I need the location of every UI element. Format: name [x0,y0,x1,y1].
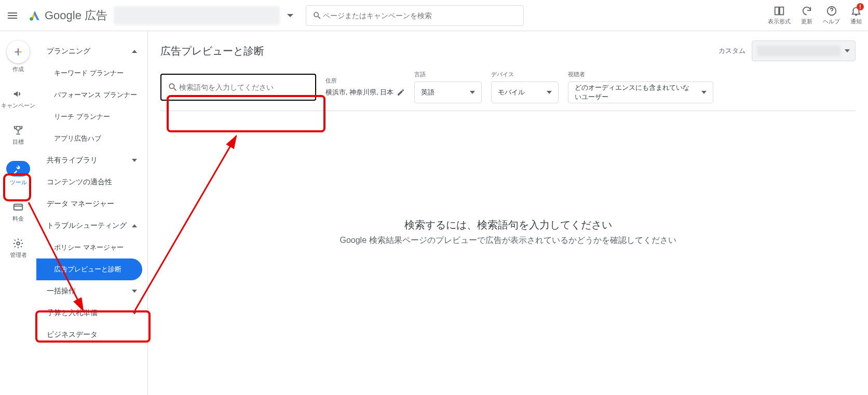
custom-label: カスタム [718,46,745,56]
side-policy-manager[interactable]: ポリシー マネージャー [36,237,147,258]
chevron-down-icon [132,159,137,162]
rail-goals[interactable]: 目標 [12,125,24,146]
refresh-button[interactable]: 更新 [801,5,812,25]
rail-admin[interactable]: 管理者 [10,238,27,259]
account-selector[interactable] [114,6,280,25]
location-field[interactable]: 住所 横浜市, 神奈川県, 日本 [326,77,405,97]
gear-icon [12,238,24,249]
side-app-hub[interactable]: アプリ広告ハブ [36,128,147,149]
side-data-manager[interactable]: データ マネージャー [36,193,147,215]
filters: 住所 横浜市, 神奈川県, 日本 言語 英語 デバイス モバイル 視聴者 どのオ… [160,71,856,111]
chevron-down-icon [470,91,475,94]
device-field: デバイス モバイル [491,71,559,103]
device-select[interactable]: モバイル [491,81,559,103]
date-range-wrap: カスタム [718,40,856,61]
rail-billing[interactable]: 料金 [12,201,24,223]
global-search[interactable] [306,5,524,26]
header-tools: 表示形式 更新 ヘルプ ! 通知 [768,5,862,25]
sidebar: プランニング キーワード プランナー パフォーマンス プランナー リーチ プラン… [36,31,148,395]
side-content-suitability[interactable]: コンテンツの適合性 [36,171,147,193]
side-business-data[interactable]: ビジネスデータ [36,324,147,346]
search-icon [168,82,178,92]
side-reach-planner[interactable]: リーチ プランナー [36,106,147,128]
svg-point-0 [30,17,33,21]
side-bulk-actions[interactable]: 一括操作 [36,280,147,302]
account-dropdown-icon[interactable] [287,14,293,17]
rail-tools[interactable]: ツール [6,161,30,186]
pencil-icon[interactable] [397,88,405,97]
trophy-icon [12,125,24,136]
side-performance-planner[interactable]: パフォーマンス プランナー [36,84,147,106]
date-range-value [757,46,840,56]
svg-point-5 [17,242,20,245]
chevron-down-icon [547,91,552,94]
hamburger-icon[interactable] [6,9,19,22]
language-field: 言語 英語 [414,71,482,103]
display-format-button[interactable]: 表示形式 [768,5,791,25]
svg-rect-1 [775,7,779,15]
chevron-down-icon [132,311,137,315]
chevron-up-icon [132,224,137,227]
notifications-button[interactable]: ! 通知 [850,5,862,25]
svg-rect-2 [780,7,783,15]
chevron-up-icon [132,50,137,53]
side-budgets[interactable]: 予算と入札単価 [36,302,147,324]
megaphone-icon [12,88,24,100]
side-keyword-planner[interactable]: キーワード プランナー [36,62,147,84]
search-term-input-wrap[interactable] [160,74,316,101]
plus-icon [7,40,30,63]
help-button[interactable]: ヘルプ [823,5,840,25]
main: 広告プレビューと診断 カスタム 住所 横浜市, 神奈川県, 日本 言語 [148,31,868,395]
rail-create[interactable]: 作成 [7,40,30,73]
chevron-down-icon [845,49,850,52]
global-search-input[interactable] [322,11,517,20]
search-icon [313,11,322,20]
header: Google 広告 表示形式 更新 ヘルプ ! 通知 [0,0,868,31]
audience-select[interactable]: どのオーディエンスにも含まれていないユーザー [568,81,713,103]
search-term-input[interactable] [178,83,309,92]
main-header: 広告プレビューと診断 カスタム [160,40,856,61]
chevron-down-icon [132,290,137,293]
empty-state: 検索するには、検索語句を入力してください Google 検索結果ページのプレビュ… [148,218,868,246]
side-troubleshooting[interactable]: トラブルシューティング [36,215,147,237]
audience-field: 視聴者 どのオーディエンスにも含まれていないユーザー [568,71,713,103]
side-shared-library[interactable]: 共有ライブラリ [36,149,147,171]
language-select[interactable]: 英語 [414,81,482,103]
date-range-select[interactable] [752,40,856,61]
svg-rect-4 [14,205,23,210]
page-title: 広告プレビューと診断 [160,44,264,58]
notification-badge: ! [857,3,864,10]
card-icon [12,201,24,213]
google-ads-logo[interactable]: Google 広告 [28,8,107,23]
location-value: 横浜市, 神奈川県, 日本 [326,88,394,97]
side-ad-preview[interactable]: 広告プレビューと診断 [36,258,142,280]
chevron-down-icon [701,91,707,94]
product-name: Google 広告 [45,8,107,23]
rail: 作成 キャンペーン 目標 ツール 料金 管理者 [0,31,36,395]
tools-icon [6,161,30,176]
side-planning[interactable]: プランニング [36,40,147,62]
rail-campaigns[interactable]: キャンペーン [1,88,35,110]
